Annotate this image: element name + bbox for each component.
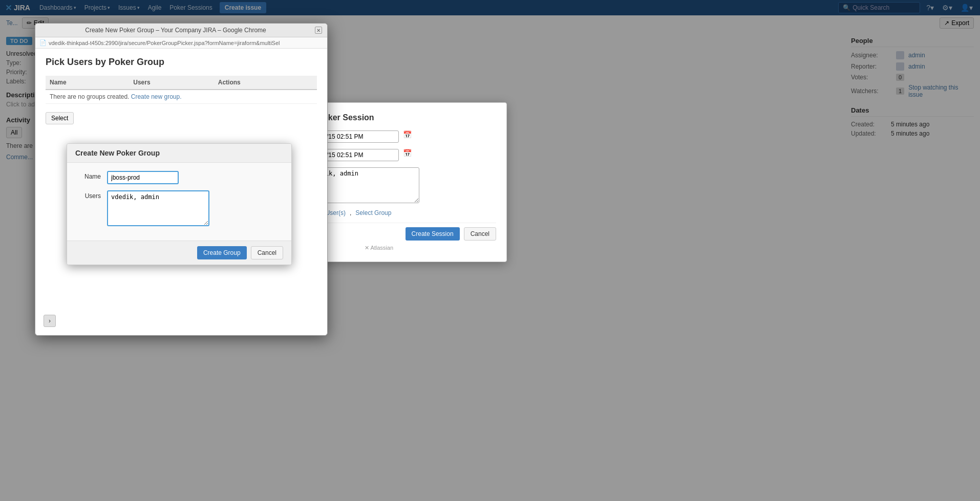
cancel-group-button[interactable]: Cancel: [251, 246, 283, 259]
empty-row: There are no groups created. Create new …: [46, 90, 317, 104]
picker-table: Name Users Actions There are no groups c…: [46, 76, 317, 104]
create-new-group-link[interactable]: Create new group.: [131, 93, 182, 100]
browser-url: vdedik-thinkpad-t450s:2990/jira/secure/P…: [49, 40, 280, 46]
browser-arrow-button[interactable]: ›: [44, 315, 56, 327]
group-users-label: Users: [75, 190, 101, 200]
group-modal: Create New Poker Group Name Users vdedik…: [67, 143, 292, 265]
select-button[interactable]: Select: [46, 112, 74, 124]
browser-page-title: Pick Users by Poker Group: [46, 57, 317, 68]
create-session-button[interactable]: Create Session: [406, 227, 460, 241]
group-name-row: Name: [75, 171, 283, 184]
browser-urlbar: 📄 vdedik-thinkpad-t450s:2990/jira/secure…: [35, 37, 327, 49]
group-users-textarea[interactable]: vdedik, admin: [107, 190, 209, 226]
col-users-header: Users: [129, 76, 214, 90]
empty-message: There are no groups created.: [50, 93, 129, 100]
group-modal-title: Create New Poker Group: [67, 144, 291, 163]
col-actions-header: Actions: [214, 76, 317, 90]
browser-titlebar: Create New Poker Group – Your Company JI…: [35, 24, 327, 37]
group-users-row: Users vdedik, admin: [75, 190, 283, 226]
group-modal-body: Name Users vdedik, admin: [67, 163, 291, 241]
browser-title-text: Create New Poker Group – Your Company JI…: [40, 27, 311, 34]
group-modal-footer: Create Group Cancel: [67, 241, 291, 265]
group-name-label: Name: [75, 171, 101, 180]
create-group-button[interactable]: Create Group: [197, 246, 247, 259]
start-calendar-icon[interactable]: 📅: [403, 130, 412, 139]
group-name-input[interactable]: [107, 171, 179, 184]
col-name-header: Name: [46, 76, 129, 90]
browser-close-button[interactable]: ✕: [315, 27, 322, 34]
end-calendar-icon[interactable]: 📅: [403, 149, 412, 157]
cancel-session-button[interactable]: Cancel: [464, 227, 496, 241]
url-icon: 📄: [39, 39, 47, 46]
select-group-link[interactable]: Select Group: [355, 209, 391, 216]
